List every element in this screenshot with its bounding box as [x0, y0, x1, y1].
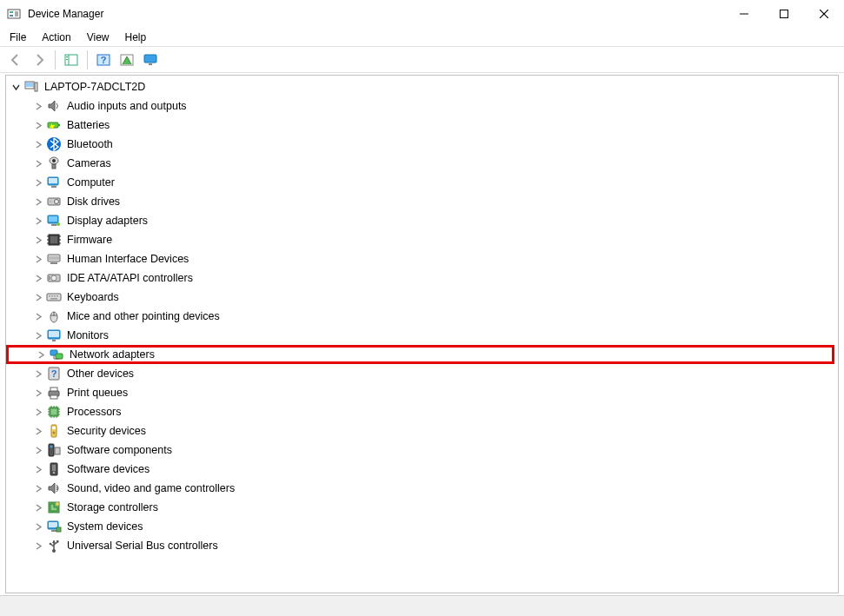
- maximize-button[interactable]: [764, 0, 804, 28]
- expander-icon[interactable]: [32, 234, 44, 246]
- tree-item-software-devices[interactable]: Software devices: [6, 460, 838, 479]
- svg-rect-50: [47, 294, 61, 301]
- monitor-category-icon: [46, 328, 62, 343]
- tree-item-security-devices[interactable]: Security devices: [6, 421, 838, 440]
- tree-item-other-devices[interactable]: ?Other devices: [6, 364, 838, 383]
- svg-rect-19: [35, 83, 37, 91]
- expander-icon[interactable]: [32, 195, 44, 208]
- tree-item-firmware[interactable]: Firmware: [6, 230, 838, 249]
- expander-icon[interactable]: [32, 119, 44, 131]
- close-button[interactable]: [804, 0, 844, 28]
- tree-item-human-interface-devices[interactable]: Human Interface Devices: [6, 249, 838, 268]
- expander-icon[interactable]: [32, 463, 44, 475]
- tree-item-keyboards[interactable]: Keyboards: [6, 288, 838, 307]
- svg-rect-99: [56, 527, 61, 532]
- svg-rect-27: [49, 178, 57, 183]
- svg-point-93: [53, 472, 55, 474]
- expander-icon[interactable]: [32, 482, 44, 494]
- tree-item-disk-drives[interactable]: Disk drives: [6, 192, 838, 211]
- expander-icon[interactable]: [10, 81, 22, 93]
- tree-item-mice-and-other-pointing-devices[interactable]: Mice and other pointing devices: [6, 307, 838, 326]
- svg-rect-16: [149, 63, 152, 65]
- expander-icon[interactable]: [32, 157, 44, 169]
- svg-rect-2: [10, 15, 13, 17]
- tree-item-label: Batteries: [67, 119, 110, 131]
- tree-item-network-adapters[interactable]: Network adapters: [6, 345, 834, 364]
- minimize-button[interactable]: [724, 0, 764, 28]
- tree-item-computer[interactable]: Computer: [6, 173, 838, 192]
- tree-item-processors[interactable]: Processors: [6, 402, 838, 421]
- expander-icon[interactable]: [32, 138, 44, 150]
- app-icon: [7, 7, 21, 21]
- expander-icon[interactable]: [32, 540, 44, 552]
- expander-icon[interactable]: [32, 272, 44, 284]
- svg-rect-28: [51, 186, 56, 188]
- menu-file[interactable]: File: [2, 28, 34, 46]
- expander-icon[interactable]: [32, 444, 44, 456]
- svg-rect-55: [50, 298, 57, 300]
- tree-item-batteries[interactable]: Batteries: [6, 116, 838, 135]
- expander-icon[interactable]: [32, 176, 44, 189]
- svg-rect-53: [54, 295, 56, 297]
- expander-icon[interactable]: [32, 387, 44, 399]
- processor-icon: [46, 404, 62, 420]
- svg-rect-45: [49, 256, 59, 260]
- svg-point-48: [51, 275, 56, 281]
- expander-icon[interactable]: [32, 329, 44, 341]
- console-tree-button[interactable]: [61, 50, 82, 70]
- tree-root[interactable]: LAPTOP-7ADCLT2D: [6, 77, 838, 96]
- bluetooth-icon: [46, 136, 62, 152]
- monitor-button[interactable]: [140, 50, 161, 70]
- software-dev-icon: [46, 461, 62, 477]
- svg-text:?: ?: [101, 55, 107, 65]
- svg-text:?: ?: [51, 368, 57, 379]
- tree-item-label: Bluetooth: [67, 138, 113, 150]
- expander-icon[interactable]: [35, 348, 47, 361]
- menu-action[interactable]: Action: [34, 28, 78, 46]
- back-button[interactable]: [5, 50, 26, 70]
- mouse-icon: [46, 308, 62, 324]
- expander-icon[interactable]: [32, 425, 44, 437]
- tree-item-label: Software components: [67, 444, 172, 456]
- help-button[interactable]: ?: [93, 50, 114, 70]
- tree-item-display-adapters[interactable]: Display adapters: [6, 211, 838, 230]
- menu-help[interactable]: Help: [117, 28, 155, 46]
- expander-icon[interactable]: [32, 291, 44, 303]
- tree-item-label: Disk drives: [67, 195, 120, 208]
- device-tree[interactable]: LAPTOP-7ADCLT2DAudio inputs and outputsB…: [5, 75, 839, 593]
- disk-icon: [46, 194, 62, 209]
- expander-icon[interactable]: [32, 100, 44, 112]
- action-button[interactable]: [116, 50, 137, 70]
- menu-view[interactable]: View: [79, 28, 117, 46]
- tree-item-ide-ata-atapi-controllers[interactable]: IDE ATA/ATAPI controllers: [6, 268, 838, 288]
- svg-rect-86: [52, 427, 56, 429]
- svg-rect-105: [56, 540, 59, 543]
- tree-item-universal-serial-bus-controllers[interactable]: Universal Serial Bus controllers: [6, 536, 838, 555]
- expander-icon[interactable]: [32, 406, 44, 418]
- tree-item-print-queues[interactable]: Print queues: [6, 383, 838, 402]
- expander-icon[interactable]: [32, 215, 44, 227]
- tree-item-label: Security devices: [67, 425, 146, 437]
- expander-icon[interactable]: [32, 520, 44, 533]
- audio-icon: [46, 98, 62, 114]
- svg-rect-37: [50, 236, 57, 243]
- tree-item-audio-inputs-and-outputs[interactable]: Audio inputs and outputs: [6, 96, 838, 116]
- tree-item-software-components[interactable]: Software components: [6, 440, 838, 460]
- expander-icon[interactable]: [32, 253, 44, 265]
- tree-item-cameras[interactable]: Cameras: [6, 154, 838, 173]
- network-icon: [49, 347, 64, 362]
- tree-item-storage-controllers[interactable]: Storage controllers: [6, 498, 838, 517]
- tree-item-label: Processors: [67, 406, 122, 418]
- expander-icon[interactable]: [32, 310, 44, 322]
- camera-icon: [46, 156, 62, 171]
- tree-item-label: Other devices: [67, 368, 134, 380]
- tree-item-monitors[interactable]: Monitors: [6, 326, 838, 345]
- tree-item-bluetooth[interactable]: Bluetooth: [6, 135, 838, 154]
- firmware-icon: [46, 232, 62, 248]
- forward-button[interactable]: [29, 50, 50, 70]
- tree-item-system-devices[interactable]: System devices: [6, 517, 838, 536]
- usb-icon: [46, 538, 62, 553]
- expander-icon[interactable]: [32, 501, 44, 513]
- tree-item-sound-video-and-game-controllers[interactable]: Sound, video and game controllers: [6, 479, 838, 498]
- expander-icon[interactable]: [32, 368, 44, 380]
